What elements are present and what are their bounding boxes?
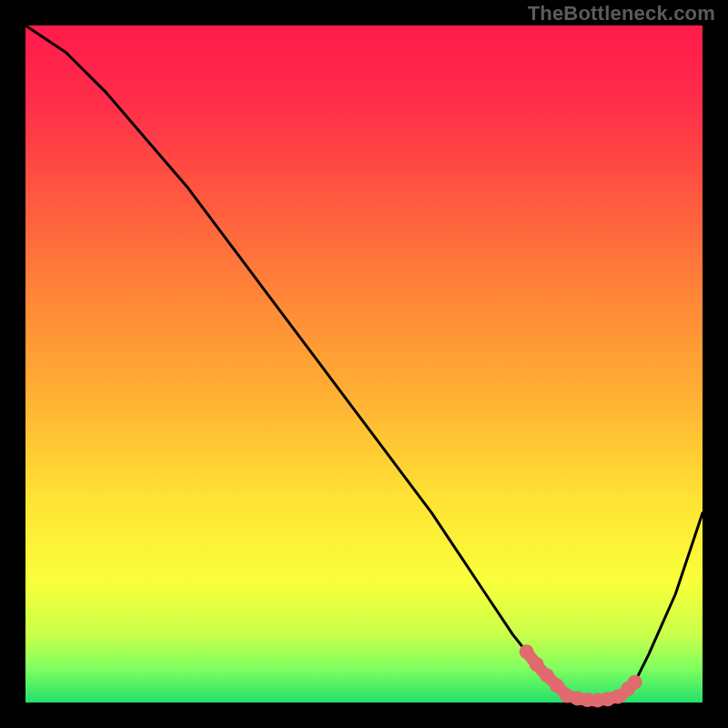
chart-frame: TheBottleneck.com (0, 0, 728, 728)
highlight-dot (628, 675, 642, 690)
highlight-dot (530, 657, 544, 672)
highlight-dot (520, 644, 534, 659)
plot-background (25, 25, 703, 703)
watermark-text: TheBottleneck.com (528, 2, 715, 25)
bottleneck-chart (0, 0, 728, 728)
